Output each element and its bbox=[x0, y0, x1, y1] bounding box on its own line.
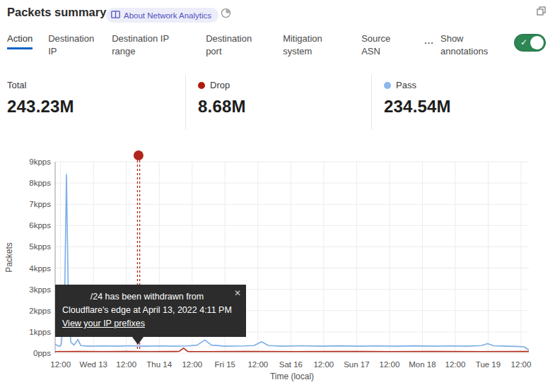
y-tick-label: 9kpps bbox=[29, 158, 51, 166]
y-tick-label: 4kpps bbox=[29, 264, 51, 273]
x-tick-label: 12:00 bbox=[511, 360, 532, 369]
y-tick-label: 3kpps bbox=[29, 285, 51, 294]
show-annotations-label: Show annotations bbox=[440, 32, 501, 58]
y-tick-label: 1kpps bbox=[29, 328, 51, 336]
close-icon[interactable]: ✕ bbox=[234, 287, 241, 300]
y-tick-label: 6kpps bbox=[29, 221, 51, 230]
y-tick-label: 2kpps bbox=[29, 307, 51, 315]
data-freshness-icon bbox=[221, 8, 231, 21]
panel-header: Packets summary About Network Analytics bbox=[0, 0, 555, 28]
more-tabs-ellipsis-icon[interactable]: ... bbox=[424, 35, 434, 46]
x-tick-label: 12:00 bbox=[182, 360, 202, 369]
show-annotations-toggle[interactable]: ✓ bbox=[514, 34, 546, 52]
stat-pass: Pass 234.54M bbox=[371, 75, 555, 130]
stat-drop-value: 8.68M bbox=[198, 97, 371, 117]
x-tick-label: Sun 17 bbox=[344, 360, 369, 369]
tab-action[interactable]: Action bbox=[7, 32, 33, 49]
annotation-marker-dot[interactable] bbox=[134, 150, 144, 160]
duplicate-window-icon[interactable] bbox=[536, 6, 547, 19]
annotation-tooltip: ✕ /24 has been withdrawn from Cloudflare… bbox=[55, 285, 246, 337]
tab-source-asn[interactable]: Source ASN bbox=[361, 32, 398, 58]
x-tick-label: Tue 19 bbox=[476, 360, 501, 369]
tab-mitigation-system[interactable]: Mitigation system bbox=[283, 32, 337, 58]
x-tick-label: 12:00 bbox=[445, 360, 466, 369]
x-tick-label: 12:00 bbox=[116, 360, 136, 369]
tooltip-line1: /24 has been withdrawn from bbox=[62, 290, 238, 304]
x-tick-label: Thu 14 bbox=[146, 360, 172, 369]
x-tick-label: 12:00 bbox=[313, 360, 334, 369]
dimension-tabs: Action Destination IP Destination IP ran… bbox=[0, 32, 555, 58]
packets-time-series-chart: 9kpps8kpps7kpps6kpps5kpps4kpps3kpps2kpps… bbox=[0, 138, 555, 388]
y-tick-label: 5kpps bbox=[29, 242, 51, 251]
tooltip-caret bbox=[132, 337, 144, 345]
check-icon: ✓ bbox=[520, 37, 527, 47]
chart-svg: 9kpps8kpps7kpps6kpps5kpps4kpps3kpps2kpps… bbox=[0, 138, 555, 388]
book-icon bbox=[111, 11, 120, 20]
drop-legend-dot bbox=[198, 82, 205, 89]
stat-total: Total 243.23M bbox=[0, 75, 185, 130]
x-tick-label: 12:00 bbox=[247, 360, 268, 369]
stats-row: Total 243.23M Drop 8.68M Pass 234.54M bbox=[0, 75, 555, 130]
toggle-knob bbox=[530, 36, 544, 49]
x-tick-label: Wed 13 bbox=[80, 360, 107, 369]
page-title: Packets summary bbox=[7, 6, 106, 19]
stat-total-value: 243.23M bbox=[7, 97, 185, 117]
about-network-analytics-badge[interactable]: About Network Analytics bbox=[106, 8, 218, 23]
stat-drop-label: Drop bbox=[210, 80, 230, 90]
x-tick-label: Fri 15 bbox=[215, 360, 235, 369]
tab-destination-ip[interactable]: Destination IP bbox=[48, 32, 100, 58]
y-tick-label: 8kpps bbox=[29, 179, 51, 187]
x-tick-label: Sat 16 bbox=[279, 360, 303, 369]
tab-destination-port[interactable]: Destination port bbox=[206, 32, 264, 58]
tab-destination-ip-range[interactable]: Destination IP range bbox=[112, 32, 182, 58]
stat-drop: Drop 8.68M bbox=[185, 75, 371, 130]
view-ip-prefixes-link[interactable]: View your IP prefixes bbox=[62, 317, 145, 331]
pass-legend-dot bbox=[384, 82, 391, 89]
x-tick-label: 12:00 bbox=[380, 360, 400, 369]
packets-summary-panel: Packets summary About Network Analytics … bbox=[0, 0, 555, 392]
y-axis-title: Packets bbox=[4, 242, 14, 273]
stat-total-label: Total bbox=[7, 80, 26, 90]
x-axis-title: Time (local) bbox=[270, 372, 314, 381]
tooltip-line2: Cloudflare's edge at April 13, 2022 4:11… bbox=[62, 304, 238, 317]
about-badge-label: About Network Analytics bbox=[124, 11, 211, 20]
y-tick-label: 7kpps bbox=[29, 200, 51, 208]
stat-pass-value: 234.54M bbox=[384, 97, 555, 117]
y-tick-label: 0pps bbox=[33, 349, 51, 357]
x-tick-label: 12:00 bbox=[50, 360, 71, 369]
x-tick-label: Mon 18 bbox=[409, 360, 436, 369]
stat-pass-label: Pass bbox=[396, 80, 416, 90]
